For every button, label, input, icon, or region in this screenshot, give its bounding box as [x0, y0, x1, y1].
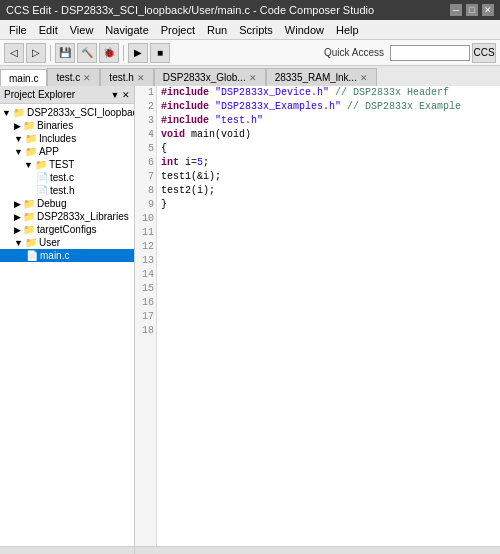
code-line-4: #include "test.h" [161, 114, 496, 128]
line-number-1: 1 [137, 86, 154, 100]
tree-arrow-icon[interactable]: ▼ [14, 238, 23, 248]
menu-item-file[interactable]: File [4, 23, 32, 37]
tree-item-Includes[interactable]: ▼📁Includes [0, 132, 134, 145]
line-number-4: 4 [137, 128, 154, 142]
editor-tab-main-c[interactable]: main.c [0, 69, 47, 86]
tree-item-test-c[interactable]: 📄test.c [0, 171, 134, 184]
menu-item-view[interactable]: View [65, 23, 99, 37]
code-lines[interactable]: #include "DSP2833x_Device.h" // DSP2833x… [157, 86, 500, 546]
quick-access-input[interactable] [390, 45, 470, 61]
tree-item-label: Includes [39, 133, 76, 144]
line-number-7: 7 [137, 170, 154, 184]
line-number-18: 18 [137, 324, 154, 338]
maximize-button[interactable]: □ [466, 4, 478, 16]
tree-folder-icon: 📁 [25, 146, 37, 157]
close-button[interactable]: ✕ [482, 4, 494, 16]
toolbar-btn-perspectives[interactable]: CCS [472, 43, 496, 63]
menu-item-run[interactable]: Run [202, 23, 232, 37]
tree-arrow-icon[interactable]: ▶ [14, 199, 21, 209]
line-number-8: 8 [137, 184, 154, 198]
tree-item-label: DSP2833x_Libraries [37, 211, 129, 222]
toolbar-btn-build[interactable]: 🔨 [77, 43, 97, 63]
line-number-3: 3 [137, 114, 154, 128]
tree-folder-icon: 📄 [26, 250, 38, 261]
tab-close-icon[interactable]: ✕ [137, 73, 145, 83]
project-explorer: Project Explorer ▼ ✕ ▼📁DSP2833x_SCI_loop… [0, 86, 135, 554]
tree-item-label: TEST [49, 159, 75, 170]
tree-arrow-icon[interactable]: ▼ [2, 108, 11, 118]
editor-tab-test-c[interactable]: test.c ✕ [47, 68, 100, 86]
tree-item-test-h[interactable]: 📄test.h [0, 184, 134, 197]
tree-item-targetConfigs[interactable]: ▶📁targetConfigs [0, 223, 134, 236]
tree-arrow-icon[interactable]: ▼ [24, 160, 33, 170]
keyword-include: #include [161, 101, 209, 112]
tree-item-DSP2833x-SCI-loopback--Ac[interactable]: ▼📁DSP2833x_SCI_loopback [Ac [0, 106, 134, 119]
tree-item-Binaries[interactable]: ▶📁Binaries [0, 119, 134, 132]
editor-hscroll[interactable] [135, 546, 500, 554]
tree-item-User[interactable]: ▼📁User [0, 236, 134, 249]
sidebar-hscroll[interactable] [0, 546, 134, 554]
menu-bar: FileEditViewNavigateProjectRunScriptsWin… [0, 20, 500, 40]
toolbar-btn-debug[interactable]: 🐞 [99, 43, 119, 63]
tab-close-icon[interactable]: ✕ [360, 73, 368, 83]
title-text: CCS Edit - DSP2833x_SCI_loopback/User/ma… [6, 4, 374, 16]
tree-folder-icon: 📁 [23, 211, 35, 222]
line-number-2: 2 [137, 100, 154, 114]
tree-item-Debug[interactable]: ▶📁Debug [0, 197, 134, 210]
editor-tab-28335-RAM-lnk---[interactable]: 28335_RAM_lnk... ✕ [266, 68, 377, 86]
line-number-5: 5 [137, 142, 154, 156]
toolbar-btn-stop[interactable]: ■ [150, 43, 170, 63]
tree-indent [2, 146, 14, 157]
tree-item-label: test.c [50, 172, 74, 183]
code-line-12: test2(i); [161, 184, 496, 198]
tree-folder-icon: 📁 [23, 198, 35, 209]
function-name: main(void) [191, 129, 251, 140]
window-controls[interactable]: ─ □ ✕ [450, 4, 494, 16]
tab-close-icon[interactable]: ✕ [83, 73, 91, 83]
line-number-13: 13 [137, 254, 154, 268]
line-number-10: 10 [137, 212, 154, 226]
menu-item-edit[interactable]: Edit [34, 23, 63, 37]
code-editor[interactable]: 123456789101112131415161718 #include "DS… [135, 86, 500, 546]
sidebar-tree: ▼📁DSP2833x_SCI_loopback [Ac ▶📁Binaries ▼… [0, 104, 134, 546]
toolbar-btn-run[interactable]: ▶ [128, 43, 148, 63]
tree-item-TEST[interactable]: ▼📁TEST [0, 158, 134, 171]
tree-arrow-icon[interactable]: ▶ [14, 212, 21, 222]
tree-item-APP[interactable]: ▼📁APP [0, 145, 134, 158]
toolbar-btn-2[interactable]: ▷ [26, 43, 46, 63]
sidebar-controls[interactable]: ▼ ✕ [111, 90, 130, 100]
line-number-12: 12 [137, 240, 154, 254]
main-area: Project Explorer ▼ ✕ ▼📁DSP2833x_SCI_loop… [0, 86, 500, 554]
tree-folder-icon: 📁 [35, 159, 47, 170]
include-string: "test.h" [215, 115, 263, 126]
tree-folder-icon: 📁 [25, 133, 37, 144]
editor-tab-DSP2833x-Glob---[interactable]: DSP2833x_Glob... ✕ [154, 68, 266, 86]
minimize-button[interactable]: ─ [450, 4, 462, 16]
tree-arrow-icon[interactable]: ▶ [14, 121, 21, 131]
menu-item-help[interactable]: Help [331, 23, 364, 37]
tree-indent [2, 120, 14, 131]
tree-arrow-icon[interactable]: ▼ [14, 134, 23, 144]
toolbar-btn-save[interactable]: 💾 [55, 43, 75, 63]
tree-item-main-c[interactable]: 📄main.c [0, 249, 134, 262]
menu-item-window[interactable]: Window [280, 23, 329, 37]
include-string: "DSP2833x_Examples.h" [215, 101, 341, 112]
line-number-15: 15 [137, 282, 154, 296]
keyword-include: #include [161, 87, 209, 98]
code-line-11: test1(&i); [161, 170, 496, 184]
tree-item-label: Debug [37, 198, 66, 209]
tree-arrow-icon[interactable]: ▶ [14, 225, 21, 235]
menu-item-navigate[interactable]: Navigate [100, 23, 153, 37]
editor-tab-test-h[interactable]: test.h ✕ [100, 68, 153, 86]
tree-item-label: User [39, 237, 60, 248]
tree-folder-icon: 📁 [23, 224, 35, 235]
menu-item-project[interactable]: Project [156, 23, 200, 37]
tree-indent [2, 172, 34, 183]
keyword-void: void [161, 129, 185, 140]
toolbar-btn-1[interactable]: ◁ [4, 43, 24, 63]
tab-close-icon[interactable]: ✕ [249, 73, 257, 83]
menu-item-scripts[interactable]: Scripts [234, 23, 278, 37]
tree-item-DSP2833x-Libraries[interactable]: ▶📁DSP2833x_Libraries [0, 210, 134, 223]
tree-arrow-icon[interactable]: ▼ [14, 147, 23, 157]
sidebar-title: Project Explorer [4, 89, 75, 100]
